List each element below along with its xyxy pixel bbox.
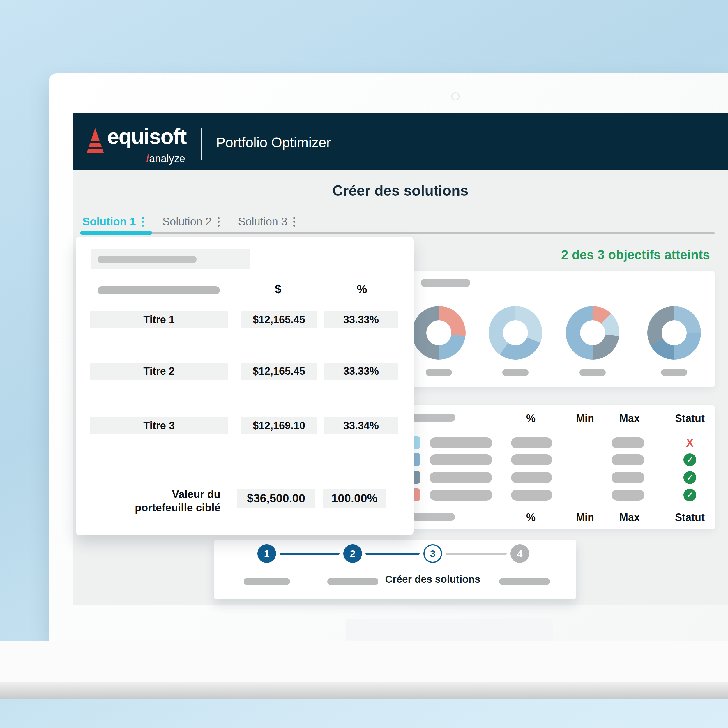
page-title: Créer des solutions	[73, 182, 728, 199]
placeholder-bar	[98, 256, 197, 263]
constraint-row: ✓	[405, 488, 715, 502]
donut-chart-4	[647, 306, 701, 359]
placeholder-bar	[612, 454, 644, 465]
donut-chart-1	[412, 306, 466, 359]
wizard-stepper-card: 1 2 3 4 Créer des solutions	[214, 540, 576, 599]
column-header-percent: %	[526, 412, 535, 425]
step-1-circle[interactable]: 1	[257, 544, 276, 563]
stepper-connector	[280, 553, 340, 555]
webcam-dot-icon	[451, 92, 459, 101]
placeholder-bar	[98, 286, 220, 294]
constraints-card: % Min Max Statut X ✓	[405, 405, 715, 529]
step-2-circle[interactable]: 2	[343, 544, 362, 563]
asset-label: Titre 1	[90, 311, 228, 329]
placeholder-bar	[612, 489, 644, 500]
equisoft-logo-icon	[87, 128, 104, 153]
active-tab-underline	[80, 231, 152, 235]
status-icon: X	[683, 436, 697, 450]
status-icon: ✓	[683, 488, 697, 502]
placeholder-bar	[612, 437, 644, 448]
stepper-connector	[366, 553, 420, 555]
step-label-placeholder	[244, 578, 290, 585]
donut-hole	[662, 320, 687, 346]
total-amount: $36,500.00	[237, 489, 315, 508]
column-header-max: Max	[619, 412, 640, 425]
tab-solution-3[interactable]: Solution 3	[238, 216, 295, 228]
brand-suffix-label: analyze	[149, 153, 185, 165]
donut-charts-card	[405, 271, 715, 387]
placeholder-bar	[430, 489, 492, 500]
percent-field[interactable]: 33.33%	[324, 362, 398, 380]
stepper-connector	[445, 553, 507, 555]
donut-hole	[426, 320, 451, 346]
column-header-percent: %	[357, 283, 367, 296]
placeholder-bar	[612, 472, 644, 483]
kebab-menu-icon[interactable]	[217, 217, 220, 226]
placeholder-bar	[411, 513, 455, 521]
app-header-bar: equisoft /analyze Portfolio Optimizer	[73, 113, 728, 170]
column-footer-min: Min	[576, 511, 594, 523]
solution-name-input[interactable]	[92, 249, 251, 269]
portfolio-optimizer-app: equisoft /analyze Portfolio Optimizer Cr…	[73, 113, 728, 604]
brand-slash: /	[146, 153, 149, 165]
step-label-placeholder	[327, 578, 378, 585]
percent-field[interactable]: 33.33%	[324, 311, 398, 329]
tab-label: Solution 3	[238, 216, 288, 228]
constraint-row: X	[405, 436, 715, 450]
placeholder-bar	[511, 454, 552, 465]
placeholder-bar	[430, 472, 492, 483]
laptop-base-edge	[0, 682, 728, 699]
product-title: Portfolio Optimizer	[216, 135, 331, 151]
placeholder-bar	[430, 437, 492, 448]
tab-solution-2[interactable]: Solution 2	[162, 216, 220, 228]
objectives-status-text: 2 des 3 objectifs atteints	[561, 248, 710, 262]
donut-label-placeholder	[661, 369, 687, 376]
current-step-label: Créer des solutions	[385, 574, 480, 585]
tabs-divider-line	[81, 232, 715, 234]
solution-tabs: Solution 1 Solution 2 Solution 3	[83, 216, 295, 228]
placeholder-bar	[411, 413, 455, 422]
donut-chart-2	[489, 306, 542, 359]
amount-field[interactable]: $12,169.10	[241, 417, 317, 434]
placeholder-bar	[511, 489, 552, 500]
tab-label: Solution 2	[162, 216, 212, 228]
placeholder-bar	[511, 472, 552, 483]
column-footer-percent: %	[526, 511, 535, 523]
placeholder-bar	[421, 279, 470, 287]
kebab-menu-icon[interactable]	[142, 217, 144, 226]
percent-field[interactable]: 33.34%	[324, 417, 398, 434]
total-label-line2: portefeuille ciblé	[135, 502, 220, 514]
column-footer-max: Max	[619, 511, 640, 523]
donut-hole	[503, 320, 528, 346]
amount-field[interactable]: $12,165.45	[241, 311, 317, 329]
step-label-placeholder	[499, 578, 550, 585]
brand-suffix: /analyze	[107, 153, 185, 165]
placeholder-bar	[430, 454, 492, 465]
allocation-card: $ % Titre 1 $12,165.45 33.33% Titre 2 $1…	[76, 237, 413, 535]
donut-label-placeholder	[502, 369, 529, 376]
amount-field[interactable]: $12,165.45	[241, 362, 317, 380]
column-footer-status: Statut	[675, 511, 705, 523]
tab-solution-1[interactable]: Solution 1	[83, 216, 144, 228]
kebab-menu-icon[interactable]	[293, 217, 295, 226]
header-divider	[201, 127, 202, 160]
donut-label-placeholder	[426, 369, 452, 376]
placeholder-bar	[511, 437, 552, 448]
laptop-screen: equisoft /analyze Portfolio Optimizer Cr…	[49, 73, 728, 641]
tab-label: Solution 1	[83, 216, 136, 228]
asset-label: Titre 2	[90, 362, 228, 380]
constraint-row: ✓	[405, 471, 715, 485]
laptop-base	[0, 641, 728, 682]
column-header-min: Min	[576, 412, 594, 425]
step-3-circle[interactable]: 3	[424, 544, 442, 563]
donut-hole	[580, 320, 605, 346]
status-icon: ✓	[683, 471, 697, 484]
asset-label: Titre 3	[90, 417, 228, 434]
status-icon: ✓	[683, 453, 697, 466]
step-4-circle[interactable]: 4	[511, 544, 529, 563]
total-label-line1: Valeur du	[172, 488, 220, 500]
donut-chart-3	[566, 306, 619, 359]
constraint-row: ✓	[405, 453, 715, 467]
total-label: Valeur du portefeuille ciblé	[76, 488, 220, 515]
donut-label-placeholder	[580, 369, 606, 376]
